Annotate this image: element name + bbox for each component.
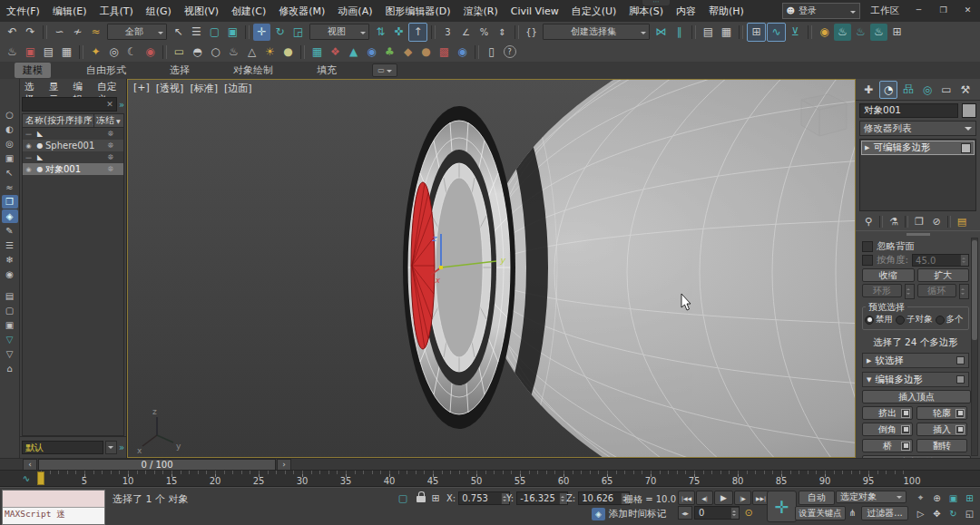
zoom-extents-icon[interactable]: ▣ xyxy=(946,491,961,505)
grid-icon[interactable]: ▦ xyxy=(309,44,326,61)
tab-hierarchy[interactable]: 品 xyxy=(900,82,916,98)
angle-snap-icon[interactable]: ∠ xyxy=(457,24,475,41)
ring-button[interactable]: 环形 xyxy=(862,284,902,297)
by-angle-checkbox[interactable] xyxy=(862,255,873,266)
redo-icon[interactable]: ↷ xyxy=(22,24,39,41)
preview-option-radio[interactable]: 子对象 xyxy=(896,314,933,326)
filter-shapes-icon[interactable]: ◐ xyxy=(2,122,18,136)
by-angle-spinner[interactable] xyxy=(960,255,968,266)
edit-poly-button[interactable]: 翻转 xyxy=(916,439,967,452)
search-input[interactable]: ✕ xyxy=(22,97,117,112)
field-of-view-icon[interactable]: ▷ xyxy=(913,506,928,520)
freeze-icon[interactable]: ❊ xyxy=(98,165,123,173)
select-by-name-icon[interactable]: ☰ xyxy=(188,24,205,41)
display-expand-icon[interactable]: ▤ xyxy=(2,289,18,303)
viewport-menu-label[interactable]: [+] xyxy=(133,82,150,95)
projector-icon[interactable]: ◎ xyxy=(105,44,122,61)
toggle-ribbon-icon[interactable]: ⊞ xyxy=(747,23,766,42)
login-dropdown[interactable]: ☻ 登录 xyxy=(782,3,860,19)
menu-item[interactable]: 视图(V) xyxy=(178,0,225,22)
scene-explorer-row[interactable]: ◉ ● 对象001 ❊ xyxy=(23,163,123,175)
previous-key-button[interactable]: ‹ xyxy=(23,459,37,471)
menu-item[interactable]: 编辑(E) xyxy=(46,0,93,22)
ribbon-tab[interactable]: 建模 xyxy=(15,63,51,78)
percent-snap-icon[interactable]: % xyxy=(475,24,493,41)
plane-icon[interactable]: ▭ xyxy=(171,44,188,61)
filter-clear-icon[interactable]: ▽ xyxy=(2,347,18,361)
workspace-label[interactable]: 工作区 xyxy=(871,5,900,17)
edit-poly-button[interactable]: 倒角 xyxy=(862,423,913,436)
rollout-soft-selection[interactable]: ▶ 软选择 xyxy=(862,353,969,368)
mini-curve-editor-icon[interactable]: ∿ xyxy=(15,472,38,484)
ignore-backfacing-checkbox[interactable] xyxy=(862,241,873,252)
menu-item[interactable]: 图形编辑器(D) xyxy=(378,0,456,22)
visibility-eye-icon[interactable]: — xyxy=(23,131,34,138)
absolute-mode-icon[interactable]: ⊞ xyxy=(428,491,443,505)
explorer-menu-item[interactable]: 显示 xyxy=(49,81,65,96)
tab-utilities[interactable]: ⚒ xyxy=(957,82,974,98)
panel-scrollbar[interactable] xyxy=(971,238,978,456)
select-and-link-icon[interactable]: ∽ xyxy=(51,24,68,41)
rollout-edit-polygons[interactable]: ▼ 编辑多边形 xyxy=(862,372,969,387)
listener-macro-line[interactable] xyxy=(3,491,104,508)
film-camera-icon[interactable]: ◉ xyxy=(142,44,159,61)
sphere-film-icon[interactable]: ◉ xyxy=(454,44,471,61)
visibility-eye-icon[interactable]: ◉ xyxy=(23,142,34,150)
modifier-stack[interactable]: ▶ 可编辑多边形 xyxy=(859,139,976,211)
menu-item[interactable]: 自定义(U) xyxy=(565,0,623,22)
pin-stack-icon[interactable]: ⚲ xyxy=(862,214,875,228)
menu-item[interactable]: 组(G) xyxy=(140,0,178,22)
scene-explorer-row[interactable]: ◉ ● Sphere001 ❊ xyxy=(23,140,123,151)
list-view-icon[interactable]: ▤ xyxy=(40,44,57,61)
edit-poly-button[interactable]: 插入顶点 xyxy=(862,390,971,403)
selection-lock-icon[interactable] xyxy=(416,496,426,502)
selected-polygons[interactable] xyxy=(411,182,435,349)
filter-space-warps-icon[interactable]: ≈ xyxy=(2,180,18,194)
tab-motion[interactable]: ◎ xyxy=(919,82,936,98)
next-frame-button[interactable]: |▶ xyxy=(734,491,751,505)
molecule-icon[interactable]: ❖ xyxy=(327,44,344,61)
x-coord-field[interactable]: 0.753 xyxy=(458,491,510,505)
cone-icon[interactable]: △ xyxy=(243,44,260,61)
settings-box-icon[interactable] xyxy=(901,442,910,451)
preset-caret-icon[interactable] xyxy=(105,441,117,454)
select-and-manipulate-icon[interactable]: ✜ xyxy=(390,24,407,41)
configure-modifier-sets-icon[interactable]: ▤ xyxy=(956,214,968,228)
object-name-field[interactable]: 对象001 xyxy=(859,103,958,118)
menu-item[interactable]: Civil View xyxy=(505,0,565,22)
maximize-viewport-icon[interactable]: ◱ xyxy=(962,506,977,520)
rollout-pin-box[interactable] xyxy=(956,356,965,365)
edit-poly-button[interactable]: 插入 xyxy=(916,423,967,436)
menu-item[interactable]: 创建(C) xyxy=(225,0,272,22)
sort-list-icon[interactable]: ☰ xyxy=(2,238,18,252)
expand-explorer-icon[interactable]: » xyxy=(119,100,124,110)
add-time-tag[interactable]: ◈ 添加时间标记 xyxy=(592,508,666,520)
bind-to-space-warp-icon[interactable]: ≈ xyxy=(87,24,104,41)
maximize-button[interactable]: ❒ xyxy=(931,0,956,20)
spinner-snap-icon[interactable]: ⇕ xyxy=(494,24,511,41)
key-filters-button[interactable]: 过滤器... xyxy=(861,506,908,520)
select-and-move-icon[interactable]: ✛ xyxy=(253,24,270,41)
rendered-frame-icon[interactable]: ♨ xyxy=(852,24,869,41)
time-slider-handle[interactable]: 0 / 100 xyxy=(38,459,276,471)
settings-box-icon[interactable] xyxy=(901,425,910,434)
keyboard-override-icon[interactable]: ↑ xyxy=(408,23,427,42)
loop-button[interactable]: 循环 xyxy=(917,284,957,297)
detail-view-icon[interactable]: ▦ xyxy=(58,44,75,61)
window-crossing-icon[interactable]: ▣ xyxy=(224,24,241,41)
scene-explorer-row[interactable]: — ◣ ❊ xyxy=(23,128,123,140)
use-pivot-center-icon[interactable]: ⇅ xyxy=(372,24,389,41)
key-mode-toggle-icon[interactable]: ◀▶ xyxy=(678,506,692,520)
undo-icon[interactable]: ↶ xyxy=(4,24,21,41)
layout-window-icon[interactable]: ▣ xyxy=(22,44,39,61)
ribbon-tab[interactable]: 填充 xyxy=(309,63,345,78)
tab-display[interactable]: ▭ xyxy=(938,82,955,98)
filter-groups-icon[interactable]: ❐ xyxy=(2,195,18,209)
ribbon-overflow-icon[interactable]: ▭ xyxy=(372,63,397,77)
reference-coordinate-dropdown[interactable]: 视图 xyxy=(309,24,369,40)
preview-option-radio[interactable]: 多个 xyxy=(936,314,964,326)
explorer-menu-item[interactable]: 选择 xyxy=(24,81,41,96)
edit-poly-button[interactable]: 挤出 xyxy=(862,406,913,420)
filter-lights-icon[interactable]: ◎ xyxy=(2,137,18,151)
select-and-scale-icon[interactable]: ◲ xyxy=(289,24,307,41)
